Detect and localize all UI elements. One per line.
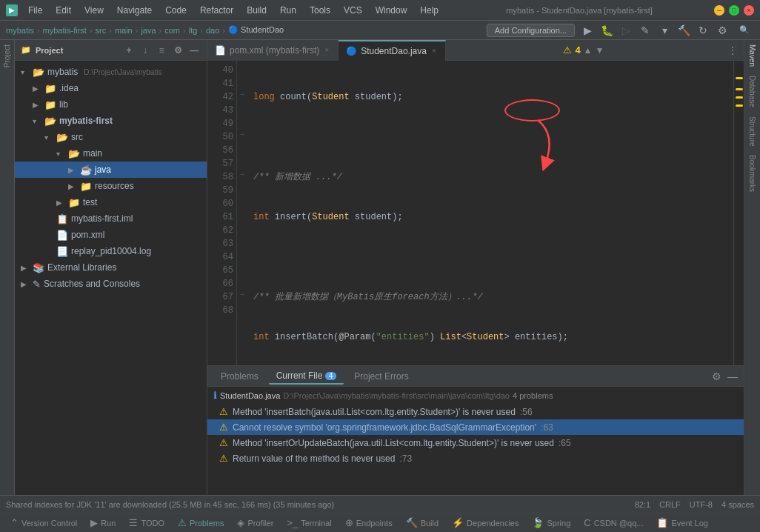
- tab-studentdao[interactable]: 🔵 StudentDao.java ×: [339, 40, 446, 61]
- badge-down-arrow[interactable]: ▼: [596, 45, 604, 56]
- maven-panel-label[interactable]: Maven: [747, 40, 758, 71]
- build-button[interactable]: 🔨: [676, 22, 692, 39]
- toolbar-endpoints[interactable]: ⊕ Endpoints: [339, 516, 399, 530]
- maximize-button[interactable]: □: [729, 5, 739, 16]
- breadcrumb-ltg[interactable]: ltg: [189, 26, 198, 35]
- database-panel-label[interactable]: Database: [747, 71, 758, 112]
- app-icon: ▶: [6, 4, 18, 16]
- tree-item-java[interactable]: ▶ ☕ java: [15, 162, 207, 178]
- collapse-all[interactable]: ≡: [155, 44, 168, 57]
- panel-header: 📁 Project + ↓ ≡ ⚙ —: [15, 40, 207, 61]
- problems-list: ℹ StudentDao.java D:\Project\Java\mybati…: [207, 387, 744, 495]
- toolbar-run[interactable]: ▶ Run: [84, 516, 121, 530]
- toolbar-problems[interactable]: ⚠ Problems: [172, 516, 230, 530]
- panel-folder-icon: 📁: [21, 45, 31, 55]
- breadcrumb-src[interactable]: src: [96, 26, 107, 35]
- tree-item-idea[interactable]: ▶ 📁 .idea: [15, 80, 207, 96]
- tree-item-lib[interactable]: ▶ 📁 lib: [15, 96, 207, 113]
- tree-item-pomxml[interactable]: ▶ 📄 pom.xml: [15, 227, 207, 243]
- menu-view[interactable]: View: [79, 4, 110, 17]
- scroll-from-source[interactable]: ↓: [139, 44, 152, 57]
- menu-help[interactable]: Help: [414, 4, 444, 17]
- code-content[interactable]: long count(Student student); /** 新增数据 ..…: [247, 61, 733, 365]
- breadcrumb-java[interactable]: java: [141, 26, 156, 35]
- run-with-coverage[interactable]: ▷: [618, 22, 634, 39]
- status-crlf[interactable]: CRLF: [659, 500, 681, 509]
- add-configuration-button[interactable]: Add Configuration...: [487, 24, 575, 37]
- add-button[interactable]: +: [122, 44, 136, 57]
- status-indent[interactable]: 4 spaces: [721, 500, 754, 509]
- toolbar-csdn[interactable]: C CSDN @qq...: [578, 516, 649, 530]
- menu-vcs[interactable]: VCS: [338, 4, 368, 17]
- close-button[interactable]: ×: [744, 5, 754, 16]
- tree-item-main[interactable]: ▾ 📂 main: [15, 145, 207, 162]
- structure-panel-label[interactable]: Structure: [747, 112, 758, 151]
- tab-pomxml-icon: 📄: [215, 45, 226, 56]
- reload-button[interactable]: ↻: [695, 22, 711, 39]
- menu-run[interactable]: Run: [274, 4, 302, 17]
- menu-navigate[interactable]: Navigate: [111, 4, 158, 17]
- tab-pomxml[interactable]: 📄 pom.xml (mybatis-first) ×: [207, 40, 339, 61]
- tab-pomxml-close[interactable]: ×: [323, 46, 330, 54]
- problems-close-button[interactable]: —: [727, 370, 738, 382]
- menu-edit[interactable]: Edit: [50, 4, 77, 17]
- tree-item-scratches[interactable]: ▶ ✎ Scratches and Consoles: [15, 276, 207, 292]
- menu-build[interactable]: Build: [241, 4, 273, 17]
- tree-item-iml[interactable]: ▶ 📋 mybatis-first.iml: [15, 210, 207, 227]
- tab-current-file[interactable]: Current File 4: [269, 368, 344, 385]
- tree-item-mybatis[interactable]: ▾ 📂 mybatis D:\Project\Java\mybatis: [15, 64, 207, 80]
- toolbar-spring[interactable]: 🍃 Spring: [526, 516, 576, 530]
- tree-item-log[interactable]: ▶ 📃 replay_pid10004.log: [15, 243, 207, 259]
- toolbar-version-control[interactable]: ⌃ Version Control: [4, 516, 83, 530]
- status-position[interactable]: 82:1: [635, 500, 650, 509]
- toolbar-dependencies[interactable]: ⚡ Dependencies: [446, 516, 524, 530]
- file-tree-panel: 📁 Project + ↓ ≡ ⚙ — ▾ 📂 mybatis D:\Proje…: [15, 40, 207, 495]
- hide-button[interactable]: —: [187, 44, 201, 57]
- toolbar-terminal[interactable]: >_ Terminal: [281, 516, 337, 530]
- tab-studentdao-close[interactable]: ×: [430, 47, 438, 55]
- settings-button[interactable]: ⚙: [714, 22, 730, 39]
- problem-item-1[interactable]: ⚠ Method 'insertBatch(java.util.List<com…: [207, 404, 744, 419]
- tree-item-mybatis-first[interactable]: ▾ 📂 mybatis-first: [15, 113, 207, 129]
- bookmarks-panel-label[interactable]: Bookmarks: [747, 150, 758, 196]
- problem-text-4: Return value of the method is never used: [233, 453, 395, 464]
- tabs-more-button[interactable]: ⋮: [721, 44, 744, 56]
- badge-up-arrow[interactable]: ▲: [584, 45, 593, 56]
- breadcrumb-com[interactable]: com: [164, 26, 180, 35]
- toolbar-todo[interactable]: ☰ TODO: [123, 516, 170, 530]
- breadcrumb-main[interactable]: main: [115, 26, 133, 35]
- edit-config-button[interactable]: ✎: [637, 22, 653, 39]
- problem-item-4[interactable]: ⚠ Return value of the method is never us…: [207, 450, 744, 466]
- tab-studentdao-icon: 🔵: [346, 46, 357, 56]
- code-gutter: − − − −: [237, 61, 247, 365]
- problem-item-2[interactable]: ⚠ Cannot resolve symbol 'org.springframe…: [207, 419, 744, 435]
- tab-project-errors[interactable]: Project Errors: [347, 369, 416, 384]
- tab-problems[interactable]: Problems: [213, 369, 266, 384]
- tree-item-test[interactable]: ▶ 📁 test: [15, 194, 207, 210]
- search-everywhere-button[interactable]: 🔍: [735, 21, 754, 40]
- tree-item-src[interactable]: ▾ 📂 src: [15, 129, 207, 145]
- problems-settings-button[interactable]: ⚙: [712, 370, 721, 382]
- problem-item-3[interactable]: ⚠ Method 'insertOrUpdateBatch(java.util.…: [207, 435, 744, 450]
- breadcrumb-mybatis[interactable]: mybatis: [6, 26, 34, 35]
- menu-tools[interactable]: Tools: [304, 4, 336, 17]
- menu-refactor[interactable]: Refactor: [194, 4, 239, 17]
- project-strip-label[interactable]: Project: [1, 40, 13, 72]
- run-button[interactable]: ▶: [579, 22, 596, 39]
- tree-item-external-libs[interactable]: ▶ 📚 External Libraries: [15, 259, 207, 276]
- breadcrumb-dao[interactable]: dao: [206, 26, 219, 35]
- menu-window[interactable]: Window: [370, 4, 413, 17]
- toolbar-event-log[interactable]: 📋 Event Log: [650, 516, 714, 530]
- breadcrumb-mybatis-first[interactable]: mybatis-first: [43, 26, 87, 35]
- right-scrollbar[interactable]: [733, 61, 744, 365]
- toolbar-build[interactable]: 🔨 Build: [400, 516, 444, 530]
- minimize-button[interactable]: ─: [714, 5, 724, 16]
- tree-item-resources[interactable]: ▶ 📁 resources: [15, 178, 207, 194]
- menu-file[interactable]: File: [22, 4, 48, 17]
- toolbar-profiler[interactable]: ◈ Profiler: [231, 516, 279, 530]
- options-button[interactable]: ⚙: [171, 44, 184, 57]
- menu-code[interactable]: Code: [159, 4, 193, 17]
- debug-button[interactable]: 🐛: [599, 22, 615, 39]
- status-charset[interactable]: UTF-8: [690, 500, 713, 509]
- more-actions[interactable]: ▾: [656, 22, 673, 39]
